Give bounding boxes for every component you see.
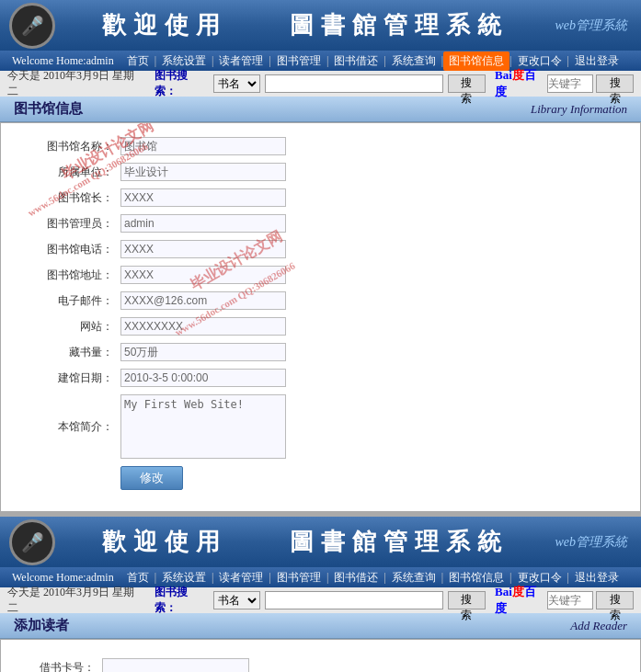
label-books: 藏书量：: [19, 345, 120, 360]
header-web1: web管理系統: [555, 17, 627, 34]
search-type-select2[interactable]: 书名 作者 ISBN: [213, 591, 260, 609]
date-text1: 今天是 2010年3月9日 星期二: [7, 68, 141, 99]
searchbar2: 今天是 2010年3月9日 星期二 图书搜索： 书名 作者 ISBN 搜索 Ba…: [0, 587, 641, 613]
input-addr[interactable]: [120, 266, 286, 284]
header-title2: 歡迎使用 圖書館管理系統: [55, 526, 555, 558]
main-section1: 毕业设计论文网 www.56doc.com QQ:306826066 毕业设计论…: [0, 122, 641, 512]
nav-query2[interactable]: 系统查询: [386, 568, 441, 587]
input-cardno[interactable]: [102, 658, 249, 672]
logo1: 🎤: [9, 3, 55, 49]
search-type-select1[interactable]: 书名 作者 ISBN: [213, 74, 260, 93]
logo2: 🎤: [9, 519, 55, 565]
nav-reader2[interactable]: 读者管理: [213, 568, 269, 587]
input-website[interactable]: [120, 317, 286, 336]
label-addr: 图书馆地址：: [19, 268, 120, 283]
form-row-unit: 所属单位：: [19, 163, 622, 181]
page2: 🎤 歡迎使用 圖書館管理系統 web管理系統 Welcome Home:admi…: [0, 517, 641, 672]
input-email[interactable]: [120, 291, 286, 310]
main-section2: 借书卡号： 读者姓名： 性别： 男 女: [0, 639, 641, 672]
input-founded[interactable]: [120, 369, 286, 387]
header-web2: web管理系統: [555, 534, 627, 551]
section-header2: 添加读者 Add Reader: [0, 613, 641, 639]
search-button2[interactable]: 搜索: [448, 591, 486, 609]
logo-icon1: 🎤: [21, 15, 44, 37]
baidu-search-button1[interactable]: 搜索: [596, 74, 634, 93]
form-row-cardno: 借书卡号：: [19, 658, 622, 672]
label-website: 网站：: [19, 319, 120, 335]
form-row-director: 图书馆长：: [19, 188, 622, 207]
nav-book2[interactable]: 图书管理: [271, 568, 326, 587]
page1: 🎤 歡迎使用 圖書館管理系統 web管理系統 Welcome Home:admi…: [0, 0, 641, 512]
form-row-email: 电子邮件：: [19, 291, 622, 310]
baidu-input1[interactable]: [547, 74, 593, 93]
welcome-text1: Welcome Home:admin: [5, 52, 121, 70]
section-title-zh1: 图书馆信息: [14, 100, 83, 118]
baidu-input2[interactable]: [547, 591, 593, 609]
form-row-books: 藏书量：: [19, 343, 622, 361]
search-button1[interactable]: 搜索: [448, 74, 486, 93]
label-admin: 图书管理员：: [19, 216, 120, 232]
label-phone: 图书馆电话：: [19, 242, 120, 257]
label-intro: 本馆简介：: [19, 419, 120, 435]
input-libname[interactable]: [120, 137, 286, 155]
form-row-phone: 图书馆电话：: [19, 240, 622, 258]
input-director[interactable]: [120, 188, 286, 207]
modify-button[interactable]: 修改: [120, 466, 183, 490]
header1: 🎤 歡迎使用 圖書館管理系統 web管理系統: [0, 0, 641, 51]
library-form1: 图书馆名称： 所属单位： 图书馆长： 图书管理员： 图书馆电话： 图书馆地址：: [1, 123, 640, 511]
baidu-search-button2[interactable]: 搜索: [596, 591, 634, 609]
nav-borrow2[interactable]: 图书借还: [328, 568, 383, 587]
label-unit: 所属单位：: [19, 165, 120, 180]
label-founded: 建馆日期：: [19, 370, 120, 386]
input-admin[interactable]: [120, 214, 286, 233]
input-intro[interactable]: My First Web Site!: [120, 394, 286, 459]
form-row-admin: 图书管理员：: [19, 214, 622, 233]
form-row-submit: 修改: [120, 466, 622, 490]
section-title-en2: Add Reader: [570, 619, 627, 633]
search-input2[interactable]: [265, 591, 443, 609]
label-director: 图书馆长：: [19, 190, 120, 206]
form-row-founded: 建馆日期：: [19, 369, 622, 387]
label-email: 电子邮件：: [19, 293, 120, 309]
searchbar1: 今天是 2010年3月9日 星期二 图书搜索： 书名 作者 ISBN 搜索 Ba…: [0, 71, 641, 97]
label-libname: 图书馆名称：: [19, 139, 120, 154]
form-row-name: 图书馆名称：: [19, 137, 622, 155]
header2: 🎤 歡迎使用 圖書館管理系統 web管理系統: [0, 517, 641, 567]
input-unit[interactable]: [120, 163, 286, 181]
nav-borrow1[interactable]: 图书借还: [328, 51, 383, 71]
input-phone[interactable]: [120, 240, 286, 258]
search-input1[interactable]: [265, 74, 443, 93]
form-row-intro: 本馆简介： My First Web Site!: [19, 394, 622, 459]
label-cardno: 借书卡号：: [19, 660, 102, 673]
form-row-website: 网站：: [19, 317, 622, 336]
search-label2: 图书搜索：: [155, 585, 208, 616]
welcome-text2: Welcome Home:admin: [5, 569, 121, 587]
section-title-zh2: 添加读者: [14, 617, 69, 634]
date-text2: 今天是 2010年3月9日 星期二: [7, 585, 141, 616]
reader-form: 借书卡号： 读者姓名： 性别： 男 女: [1, 640, 640, 672]
header-title1: 歡迎使用 圖書館管理系統: [55, 9, 555, 41]
input-books[interactable]: [120, 343, 286, 361]
nav-query1[interactable]: 系统查询: [386, 51, 441, 71]
baidu-section2: Bai度百度 搜索: [495, 584, 634, 617]
baidu-logo1: Bai度百度: [495, 67, 544, 100]
baidu-section1: Bai度百度 搜索: [495, 67, 634, 100]
form-row-addr: 图书馆地址：: [19, 266, 622, 284]
search-label1: 图书搜索：: [155, 68, 208, 99]
section-title-en1: Library Information: [531, 102, 627, 117]
nav-reader1[interactable]: 读者管理: [213, 51, 269, 71]
nav-book1[interactable]: 图书管理: [271, 51, 326, 71]
baidu-logo2: Bai度百度: [495, 584, 544, 617]
section-header1: 图书馆信息 Library Information: [0, 97, 641, 122]
logo-icon2: 🎤: [21, 531, 44, 553]
